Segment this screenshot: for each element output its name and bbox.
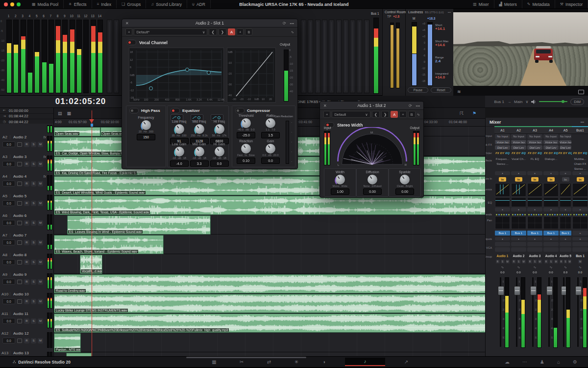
track-r-button[interactable]: R: [24, 201, 29, 206]
close-window-icon[interactable]: ✕: [323, 104, 330, 108]
track-header-A12[interactable]: A12Audio 120.0RSM: [0, 330, 54, 350]
effect-slot[interactable]: Vocal Ch...: [511, 157, 526, 161]
eq-thumbnail[interactable]: [495, 197, 510, 207]
track-m-button[interactable]: M: [38, 260, 43, 265]
automation-curve-icon[interactable]: ∿: [564, 265, 567, 269]
menu-metadata[interactable]: ✎Metadata: [522, 0, 555, 8]
close-window-icon[interactable]: [4, 2, 8, 6]
knob-control[interactable]: [174, 124, 184, 134]
add-effect-button[interactable]: +: [572, 171, 588, 175]
track-r-button[interactable]: R: [24, 220, 29, 226]
strip-gain-value[interactable]: 0.0: [500, 271, 504, 274]
effect-slot[interactable]: Dialogu...: [543, 157, 559, 161]
strip-name[interactable]: Audio 5: [560, 254, 571, 258]
menu-effects[interactable]: ✳Effects: [64, 0, 92, 8]
track-s-button[interactable]: S: [31, 181, 36, 186]
mixer-strip-tab[interactable]: A4: [543, 126, 559, 134]
track-header-A9[interactable]: A9Audio 90.0RSM: [0, 271, 54, 291]
knob-value[interactable]: -4.0: [170, 160, 189, 167]
track-gain-value[interactable]: 0.0: [2, 220, 15, 226]
bus-send-dot[interactable]: [557, 214, 558, 215]
group-box[interactable]: [572, 247, 588, 252]
audio-clip[interactable]: ES_Waves, Beach, Shore, Iceland - Epidem…: [54, 235, 164, 254]
input-select[interactable]: No Input: [495, 134, 510, 139]
mixer-strip-tab[interactable]: Bus1: [572, 126, 588, 134]
add-effect-button[interactable]: +: [511, 171, 526, 175]
fader-handle[interactable]: [498, 286, 504, 295]
add-eq-button[interactable]: +: [527, 208, 542, 211]
track-r-button[interactable]: R: [24, 161, 29, 167]
automation-curve-icon[interactable]: ∿: [550, 265, 553, 269]
track-gain-value[interactable]: 0.0: [2, 338, 15, 343]
bus-send-dot[interactable]: [573, 214, 575, 215]
vca-box[interactable]: [543, 242, 559, 246]
automation-curve-icon[interactable]: ∿: [517, 265, 520, 269]
add-effect-button[interactable]: +: [560, 171, 571, 175]
audio-clip[interactable]: ES_Solitude%20-%20GN%C3%B6van%20Eriksson…: [54, 314, 485, 333]
track-s-button[interactable]: S: [31, 338, 36, 343]
effects-in-badge[interactable]: In: [531, 177, 539, 182]
preset-prev-button[interactable]: ❮: [372, 111, 380, 118]
effect-slot[interactable]: FL EQ: [527, 157, 542, 161]
bus-send-dot[interactable]: [586, 214, 587, 215]
bus-send-dot[interactable]: [540, 214, 542, 215]
order-dy[interactable]: DY: [578, 152, 582, 155]
track-r-button[interactable]: R: [24, 240, 29, 245]
lock-icon[interactable]: [17, 162, 22, 166]
track-gain-value[interactable]: 0.0: [2, 200, 15, 206]
track-m-button[interactable]: M: [38, 181, 43, 186]
group-box[interactable]: [511, 247, 526, 252]
lock-icon[interactable]: [17, 260, 22, 264]
effect-slot[interactable]: Frequen...: [495, 157, 510, 161]
page-edit[interactable]: ⇄: [263, 359, 275, 365]
add-effect-button[interactable]: +: [527, 171, 542, 175]
monitor-dest[interactable]: Main: [514, 100, 522, 104]
menu-adr[interactable]: ⍦ADR: [187, 0, 211, 8]
preset-add-button[interactable]: +: [125, 28, 132, 35]
loudness-standard[interactable]: BS.1770-1 (LU): [425, 11, 443, 14]
bus-output-button[interactable]: +: [572, 231, 588, 236]
audio-clip[interactable]: [66, 353, 92, 356]
strip-gain-value[interactable]: 0.0: [549, 271, 553, 274]
fader-handle[interactable]: [530, 286, 537, 295]
ab-copy-button[interactable]: +: [399, 111, 406, 118]
pointer-tool-icon[interactable]: ☈: [460, 111, 464, 116]
add-eq-button[interactable]: +: [543, 208, 559, 211]
track-s-button[interactable]: S: [31, 201, 36, 206]
track-header-A11[interactable]: A11Audio 110.0RSM: [0, 310, 54, 330]
order-dy[interactable]: DY: [549, 152, 553, 155]
effect-slot[interactable]: Stereo ...: [495, 161, 510, 166]
dynamics-thumbnail[interactable]: [572, 183, 588, 197]
bus-send-dot[interactable]: [564, 214, 565, 215]
bus-send-dot[interactable]: [549, 214, 551, 215]
order-dy[interactable]: DY: [533, 152, 537, 155]
preset-combo[interactable]: Default*∨: [134, 28, 207, 35]
track-header-A4[interactable]: A4Audio 4fx0.0RSM: [0, 173, 54, 193]
lock-icon[interactable]: [17, 240, 22, 245]
input-select[interactable]: No Input: [527, 134, 542, 139]
vca-box[interactable]: [495, 242, 510, 246]
cloud-icon[interactable]: ☁: [505, 359, 510, 365]
knob-control[interactable]: [266, 118, 275, 128]
bus-send-dot[interactable]: [547, 214, 548, 215]
strip-r-button[interactable]: R: [528, 260, 532, 263]
eq-thumbnail[interactable]: [543, 197, 559, 207]
strip-gain-value[interactable]: 0.0: [564, 271, 567, 274]
effects-in-badge[interactable]: In: [515, 177, 522, 182]
dynamics-thumbnail[interactable]: [495, 183, 510, 197]
track-s-button[interactable]: S: [31, 299, 36, 304]
trackfx-dial-lev[interactable]: Dial Lev: [543, 145, 559, 150]
window-controls[interactable]: [0, 2, 27, 6]
trackfx-dial-lev[interactable]: Dial Lev: [560, 145, 571, 150]
monitor-chevron-icon[interactable]: ∨: [525, 100, 528, 104]
preset-next-button[interactable]: ❯: [381, 111, 389, 118]
bus-send-dot[interactable]: [508, 214, 510, 215]
page-deliver[interactable]: ↗: [400, 359, 413, 365]
track-gain-value[interactable]: 0.0: [2, 279, 15, 285]
automation-curve-icon[interactable]: ∿: [534, 265, 537, 269]
vca-box[interactable]: [560, 242, 571, 246]
strip-fader[interactable]: 5101520304050: [511, 275, 527, 349]
knob-control[interactable]: [335, 175, 345, 184]
reset-button[interactable]: Reset: [431, 87, 451, 93]
order-eq[interactable]: EQ: [505, 152, 510, 155]
